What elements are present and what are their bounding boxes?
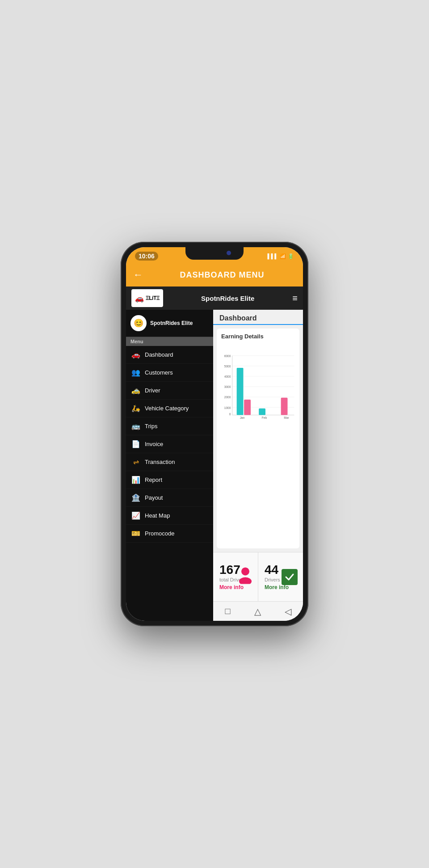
hamburger-menu[interactable]: ≡ (292, 293, 298, 303)
sidebar-label-heatmap: Heat Map (145, 512, 170, 519)
check-icon (282, 569, 298, 585)
chart-title: Earning Details (221, 333, 295, 340)
profile-name: SpotnRides Elite (150, 320, 193, 326)
svg-text:Mar: Mar (284, 416, 289, 419)
main-panel: Dashboard Earning Details 6000 5000 4000… (213, 310, 303, 621)
back-button[interactable]: ← (133, 269, 143, 281)
avatar: 😊 (130, 315, 147, 331)
transaction-icon: ⇌ (131, 458, 140, 466)
sidebar-label-trips: Trips (145, 423, 157, 430)
bottom-stats: 167 total Drivers More info 44 Drivers C (213, 552, 303, 601)
phone-frame: 10:06 ▌▌▌ 📶 🔋 ← DASHBOARD MENU 🚗 ΞLiTΞ S… (121, 242, 308, 626)
trips-icon: 🚌 (131, 422, 140, 430)
sidebar-item-trips[interactable]: 🚌 Trips (126, 417, 213, 435)
app-header: 🚗 ΞLiTΞ SpotnRides Elite ≡ (126, 287, 303, 310)
sidebar-item-dashboard[interactable]: 🚗 Dashboard (126, 346, 213, 364)
report-icon: 📊 (131, 476, 140, 484)
header-title: DASHBOARD MENU (148, 270, 296, 280)
sidebar-item-heatmap[interactable]: 📈 Heat Map (126, 507, 213, 525)
svg-text:4000: 4000 (224, 375, 231, 378)
sidebar-item-transaction[interactable]: ⇌ Transaction (126, 453, 213, 471)
svg-text:Feb: Feb (262, 416, 267, 419)
earning-chart: 6000 5000 4000 3000 2000 1000 0 (221, 343, 295, 426)
svg-point-22 (241, 567, 249, 575)
sidebar-label-dashboard: Dashboard (145, 351, 173, 358)
stat-card-drivers-check: 44 Drivers Check More info (258, 552, 303, 601)
content-area: 😊 SpotnRides Elite Menu 🚗 Dashboard 👥 Cu… (126, 310, 303, 621)
car-icon: 🚗 (135, 294, 144, 303)
svg-text:3000: 3000 (224, 385, 231, 388)
battery-icon: 🔋 (288, 253, 294, 259)
promocode-icon: 🎫 (131, 529, 140, 538)
sidebar-label-invoice: Invoice (145, 441, 163, 447)
svg-text:2000: 2000 (224, 396, 231, 399)
bottom-nav: □ △ ◁ (213, 601, 303, 621)
sidebar-label-transaction: Transaction (145, 459, 175, 465)
header: ← DASHBOARD MENU (126, 263, 303, 287)
logo-text: ΞLiTΞ (146, 295, 160, 301)
logo-box: 🚗 ΞLiTΞ (131, 289, 163, 307)
person-icon (238, 567, 252, 587)
sidebar-label-driver: Driver (145, 387, 160, 394)
menu-label: Menu (126, 337, 213, 346)
driver-icon: 🚕 (131, 386, 140, 395)
svg-text:1000: 1000 (224, 406, 231, 409)
phone-screen: 10:06 ▌▌▌ 📶 🔋 ← DASHBOARD MENU 🚗 ΞLiTΞ S… (126, 247, 303, 621)
svg-rect-17 (259, 409, 265, 415)
sidebar-item-promocode[interactable]: 🎫 Promocode (126, 525, 213, 543)
app-name: SpotnRides Elite (167, 295, 289, 302)
svg-text:6000: 6000 (224, 354, 231, 358)
status-time: 10:06 (135, 252, 158, 261)
svg-point-23 (239, 577, 252, 584)
sidebar-item-invoice[interactable]: 📄 Invoice (126, 435, 213, 453)
sidebar-item-driver[interactable]: 🚕 Driver (126, 382, 213, 400)
stat-card-drivers: 167 total Drivers More info (213, 552, 258, 601)
svg-rect-15 (237, 368, 244, 415)
sidebar-item-customers[interactable]: 👥 Customers (126, 364, 213, 382)
svg-text:5000: 5000 (224, 365, 231, 368)
vehicle-icon: 🛵 (131, 404, 140, 413)
sidebar: 😊 SpotnRides Elite Menu 🚗 Dashboard 👥 Cu… (126, 310, 213, 621)
status-icons: ▌▌▌ 📶 🔋 (268, 253, 294, 259)
sidebar-item-report[interactable]: 📊 Report (126, 471, 213, 489)
dashboard-icon: 🚗 (131, 350, 140, 359)
signal-icon: ▌▌▌ (268, 253, 278, 259)
wifi-icon: 📶 (280, 253, 286, 259)
svg-rect-16 (244, 400, 251, 415)
nav-home-icon[interactable]: △ (254, 606, 261, 617)
customers-icon: 👥 (131, 368, 140, 377)
sidebar-label-payout: Payout (145, 494, 163, 501)
dashboard-title: Dashboard (213, 310, 303, 325)
notch (185, 247, 244, 260)
svg-rect-18 (281, 398, 288, 415)
sidebar-label-report: Report (145, 476, 162, 483)
sidebar-item-vehicle-category[interactable]: 🛵 Vehicle Category (126, 400, 213, 417)
invoice-icon: 📄 (131, 440, 140, 448)
sidebar-label-vehicle: Vehicle Category (145, 405, 189, 412)
chart-section: Earning Details 6000 5000 4000 3000 2000… (217, 329, 299, 548)
svg-text:Jan: Jan (240, 416, 245, 419)
payout-icon: 🏦 (131, 493, 140, 502)
nav-back-icon[interactable]: ◁ (285, 606, 291, 617)
camera (227, 251, 231, 255)
sidebar-label-promocode: Promocode (145, 530, 174, 537)
sidebar-profile: 😊 SpotnRides Elite (126, 310, 213, 337)
nav-square-icon[interactable]: □ (225, 606, 230, 616)
svg-text:0: 0 (229, 413, 231, 416)
sidebar-label-customers: Customers (145, 369, 173, 376)
sidebar-item-payout[interactable]: 🏦 Payout (126, 489, 213, 507)
heatmap-icon: 📈 (131, 511, 140, 520)
check-more-info[interactable]: More info (265, 584, 297, 590)
